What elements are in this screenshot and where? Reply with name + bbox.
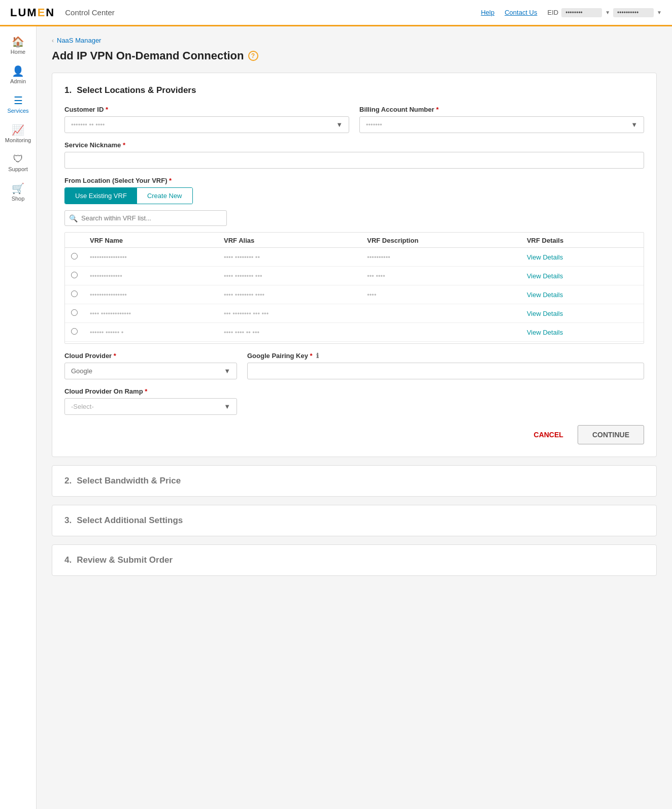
- top-nav: LUMEN Control Center Help Contact Us EID…: [0, 0, 672, 26]
- vrf-table-header: VRF Name VRF Alias VRF Description VRF D…: [65, 233, 644, 248]
- table-row[interactable]: •••••••••••••• •••• •••••••• ••• ••• •••…: [65, 267, 644, 285]
- table-row[interactable]: •••••• •••••• • •••• •••• •• ••• View De…: [65, 323, 644, 342]
- service-nickname-input[interactable]: [64, 152, 644, 169]
- user-dropdown-arrow[interactable]: ▼: [657, 10, 662, 15]
- vrf-table: VRF Name VRF Alias VRF Description VRF D…: [65, 233, 644, 342]
- sidebar: 🏠 Home 👤 Admin ☰ Services 📈 Monitoring 🛡…: [0, 26, 37, 809]
- vrf-desc-cell: [361, 323, 521, 342]
- step4-title: Review & Submit Order: [77, 555, 173, 565]
- vrf-alias-cell: •••• •••• •• •••: [218, 323, 361, 342]
- customer-billing-row: Customer ID * ••••••• •• •••• ▼ Billing …: [64, 106, 644, 133]
- view-details-link[interactable]: View Details: [527, 253, 563, 261]
- table-row[interactable]: •••••••••••••••• •••• •••••••• •• ••••••…: [65, 248, 644, 267]
- home-icon: 🏠: [12, 36, 24, 48]
- vrf-col-select: [65, 233, 84, 248]
- cloud-provider-group: Cloud Provider * Google ▼: [64, 352, 237, 379]
- help-link[interactable]: Help: [481, 9, 494, 16]
- sidebar-label-services: Services: [7, 108, 28, 114]
- google-pairing-key-input[interactable]: [247, 363, 644, 379]
- vrf-col-description: VRF Description: [361, 233, 521, 248]
- vrf-name-cell: •••• •••••••••••••: [84, 304, 218, 323]
- vrf-radio-0[interactable]: [71, 253, 78, 260]
- vrf-alias-cell: •••• •••••••• •••: [218, 267, 361, 285]
- vrf-search-input[interactable]: [64, 210, 227, 226]
- from-location-group: From Location (Select Your VRF) * Use Ex…: [64, 177, 644, 204]
- cancel-button[interactable]: CANCEL: [526, 425, 572, 444]
- page-help-icon[interactable]: ?: [248, 51, 258, 61]
- vrf-radio-4[interactable]: [71, 328, 78, 335]
- from-location-label: From Location (Select Your VRF) *: [64, 177, 644, 184]
- google-pairing-key-label: Google Pairing Key * ℹ: [247, 352, 644, 360]
- sidebar-label-shop: Shop: [12, 196, 25, 202]
- service-nickname-required: *: [123, 141, 125, 149]
- vrf-desc-cell: ••• ••••: [361, 267, 521, 285]
- sidebar-item-home[interactable]: 🏠 Home: [2, 31, 35, 59]
- layout: 🏠 Home 👤 Admin ☰ Services 📈 Monitoring 🛡…: [0, 26, 672, 809]
- vrf-table-scroll[interactable]: VRF Name VRF Alias VRF Description VRF D…: [64, 232, 644, 344]
- sidebar-item-monitoring[interactable]: 📈 Monitoring: [2, 120, 35, 147]
- table-row[interactable]: •••• ••••••••••••• ••• •••••••• ••• ••• …: [65, 304, 644, 323]
- vrf-desc-cell: ••••: [361, 285, 521, 304]
- step1-actions: CANCEL CONTINUE: [64, 425, 644, 444]
- cloud-on-ramp-arrow: ▼: [224, 403, 230, 410]
- google-pairing-info-icon[interactable]: ℹ: [316, 352, 319, 360]
- service-nickname-group: Service Nickname *: [64, 141, 644, 169]
- main-content: ‹ NaaS Manager Add IP VPN On-Demand Conn…: [37, 26, 672, 809]
- billing-account-label: Billing Account Number *: [359, 106, 644, 113]
- breadcrumb: ‹ NaaS Manager: [52, 37, 657, 44]
- vrf-col-name: VRF Name: [84, 233, 218, 248]
- cloud-on-ramp-select-wrapper: -Select- ▼: [64, 398, 237, 415]
- sidebar-item-admin[interactable]: 👤 Admin: [2, 61, 35, 88]
- view-details-link[interactable]: View Details: [527, 310, 563, 317]
- support-icon: 🛡: [13, 153, 23, 165]
- cloud-provider-label: Cloud Provider *: [64, 352, 237, 360]
- cloud-provider-value: Google: [71, 367, 92, 375]
- view-details-link[interactable]: View Details: [527, 272, 563, 280]
- vrf-alias-cell: •••• •••••••• ••••: [218, 285, 361, 304]
- customer-id-select-wrapper: ••••••• •• •••• ▼: [64, 116, 349, 133]
- eid-dropdown-arrow[interactable]: ▼: [605, 10, 610, 15]
- cloud-provider-dropdown[interactable]: Google ▼: [64, 363, 237, 379]
- step3-title: Select Additional Settings: [77, 515, 183, 526]
- step3-card: 3. Select Additional Settings: [52, 505, 657, 536]
- customer-id-dropdown[interactable]: ••••••• •• •••• ▼: [64, 116, 349, 133]
- page-title-text: Add IP VPN On-Demand Connection: [52, 49, 244, 62]
- monitoring-icon: 📈: [12, 124, 24, 136]
- sidebar-item-support[interactable]: 🛡 Support: [2, 149, 35, 176]
- cloud-provider-required: *: [114, 352, 116, 360]
- admin-icon: 👤: [12, 65, 24, 77]
- cloud-provider-row: Cloud Provider * Google ▼ Google Pairing…: [64, 352, 644, 379]
- service-nickname-label: Service Nickname *: [64, 141, 644, 149]
- sidebar-item-services[interactable]: ☰ Services: [2, 90, 35, 118]
- contact-us-link[interactable]: Contact Us: [505, 9, 537, 16]
- use-existing-vrf-button[interactable]: Use Existing VRF: [65, 188, 137, 204]
- step1-number: 1.: [64, 85, 72, 95]
- step2-card: 2. Select Bandwidth & Price: [52, 465, 657, 497]
- google-pairing-required: *: [310, 352, 313, 360]
- vrf-name-cell: ••••••••••••••••: [84, 248, 218, 267]
- cloud-on-ramp-dropdown[interactable]: -Select- ▼: [64, 398, 237, 415]
- step1-card: 1. Select Locations & Providers Customer…: [52, 73, 657, 457]
- customer-id-group: Customer ID * ••••••• •• •••• ▼: [64, 106, 349, 133]
- vrf-name-cell: •••••• •••••• •: [84, 323, 218, 342]
- create-new-button[interactable]: Create New: [137, 188, 192, 204]
- vrf-alias-cell: ••• •••••••• ••• •••: [218, 304, 361, 323]
- cloud-provider-select-wrapper: Google ▼: [64, 363, 237, 379]
- vrf-radio-3[interactable]: [71, 309, 78, 316]
- billing-account-arrow: ▼: [631, 121, 637, 128]
- vrf-toggle: Use Existing VRF Create New: [64, 187, 193, 204]
- table-row[interactable]: •••••••••••••••• •••• •••••••• •••• ••••…: [65, 285, 644, 304]
- continue-button[interactable]: CONTINUE: [578, 425, 644, 444]
- breadcrumb-parent[interactable]: NaaS Manager: [57, 37, 101, 44]
- vrf-radio-2[interactable]: [71, 290, 78, 297]
- view-details-link[interactable]: View Details: [527, 291, 563, 299]
- vrf-radio-1[interactable]: [71, 272, 78, 278]
- sidebar-item-shop[interactable]: 🛒 Shop: [2, 178, 35, 206]
- vrf-col-alias: VRF Alias: [218, 233, 361, 248]
- search-icon: 🔍: [69, 214, 78, 222]
- customer-id-arrow: ▼: [336, 121, 343, 128]
- step2-number: 2.: [64, 476, 72, 486]
- billing-account-dropdown[interactable]: ••••••• ▼: [359, 116, 644, 133]
- vrf-name-cell: ••••••••••••••: [84, 267, 218, 285]
- view-details-link[interactable]: View Details: [527, 329, 563, 336]
